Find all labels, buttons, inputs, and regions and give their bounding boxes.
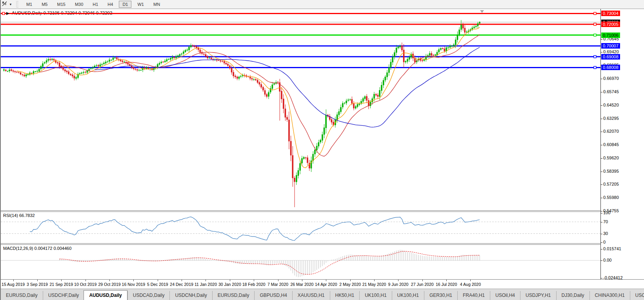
chart-tab-uk100-h1[interactable]: UK100,H1 bbox=[359, 291, 391, 300]
chevron-down-icon[interactable]: ▼ bbox=[9, 3, 12, 6]
rsi-tick-label: 100 bbox=[603, 210, 610, 215]
crosshair-pointer-icon[interactable] bbox=[2, 1, 7, 8]
chart-tab-gbpusd-h4[interactable]: GBPUSD,H4 bbox=[254, 291, 292, 300]
chart-tab-usoil-h1[interactable]: USOil,H1 bbox=[630, 291, 644, 300]
date-label: 14 Apr 2020 bbox=[315, 282, 337, 287]
mt4-window: ▼ M1M5M15M30H1H4D1W1MN AUDUSD,Daily 0.72… bbox=[0, 0, 644, 300]
chart-tab-usdcnh-daily[interactable]: USDCNH,Daily bbox=[169, 291, 212, 300]
chart-tab-hk50-h1[interactable]: HK50,H1 bbox=[330, 291, 360, 300]
price-tick-label: 0.69420 bbox=[603, 49, 619, 54]
axis-tick-mark bbox=[601, 278, 602, 278]
axis-tick-mark bbox=[601, 198, 602, 198]
axis-tick-mark bbox=[601, 39, 602, 40]
timeframe-button-h1[interactable]: H1 bbox=[89, 1, 102, 8]
date-axis[interactable]: 15 Aug 20193 Sep 201921 Sep 201910 Oct 2… bbox=[1, 280, 600, 289]
timeframe-button-m30[interactable]: M30 bbox=[71, 1, 87, 8]
chart-tab-usdchf-daily[interactable]: USDCHF,Daily bbox=[43, 291, 84, 300]
axis-tick-mark bbox=[601, 158, 602, 159]
axis-tick-mark bbox=[601, 242, 602, 243]
timeframe-button-m15[interactable]: M15 bbox=[53, 1, 69, 8]
chart-tab-uk100-h1[interactable]: UK100,H1 bbox=[392, 291, 424, 300]
chart-tab-usdcad-daily[interactable]: USDCAD,Daily bbox=[127, 291, 170, 300]
timeframe-button-m1[interactable]: M1 bbox=[23, 1, 36, 8]
price-chart-plot[interactable]: AUDUSD,Daily 0.72105 0.72294 0.72046 0.7… bbox=[1, 9, 600, 210]
line-handles[interactable] bbox=[2, 12, 596, 69]
date-tick-mark bbox=[326, 280, 326, 281]
date-tick-mark bbox=[133, 280, 134, 281]
timeframe-button-h4[interactable]: H4 bbox=[104, 1, 116, 8]
rsi-tick-label: 30 bbox=[603, 231, 608, 236]
chart-tab-ger30-h1[interactable]: GER30,H1 bbox=[424, 291, 457, 300]
date-label: 29 Oct 2019 bbox=[98, 282, 120, 287]
macd-tick-label: 0.015741 bbox=[603, 246, 621, 251]
rsi-plot[interactable] bbox=[1, 212, 600, 243]
axis-tick-mark bbox=[601, 213, 602, 213]
chart-tab-bar: EURUSD,DailyUSDCHF,DailyAUDUSD,DailyUSDC… bbox=[1, 289, 644, 300]
axis-tick-mark bbox=[601, 79, 602, 79]
date-label: 16 Jul 2020 bbox=[436, 282, 457, 287]
date-label: 21 May 2020 bbox=[362, 282, 386, 287]
price-tick-label: 0.60845 bbox=[603, 142, 619, 147]
date-tick-mark bbox=[61, 280, 62, 281]
price-pane[interactable]: AUDUSD,Daily 0.72105 0.72294 0.72046 0.7… bbox=[1, 9, 600, 210]
level-price-label: 0.70007 bbox=[601, 43, 620, 49]
chart-tab-eurusd-daily[interactable]: EURUSD,Daily bbox=[212, 291, 255, 300]
macd-label: MACD(12,26,9) 0.004172 0.004460 bbox=[3, 246, 71, 251]
chart-tab-fra40-h1[interactable]: FRA40,H1 bbox=[457, 291, 490, 300]
chart-tab-usoil-h4[interactable]: USOil,H4 bbox=[490, 291, 520, 300]
date-label: 30 Jan 2020 bbox=[218, 282, 241, 287]
rsi-pane[interactable]: RSI(14) 66.7832 bbox=[1, 212, 600, 243]
price-tick-label: 0.66970 bbox=[603, 76, 619, 81]
date-label: 10 Oct 2019 bbox=[74, 282, 96, 287]
chart-tab-china300-h1[interactable]: CHINA300,H1 bbox=[589, 291, 630, 300]
price-axis[interactable]: 0.718700.706450.694200.681950.669700.657… bbox=[600, 9, 644, 279]
rsi-tick-label: 70 bbox=[603, 219, 608, 224]
date-tick-mark bbox=[446, 280, 447, 281]
date-tick-mark bbox=[350, 280, 351, 281]
horizontal-level-lines[interactable] bbox=[1, 13, 600, 67]
axis-tick-mark bbox=[601, 184, 602, 185]
chart-shift-marker-icon[interactable] bbox=[480, 10, 484, 13]
date-tick-mark bbox=[470, 280, 471, 281]
chart-tab-eurusd-daily[interactable]: EURUSD,Daily bbox=[1, 291, 43, 300]
macd-plot[interactable] bbox=[1, 245, 600, 279]
level-price-label: 0.72005 bbox=[601, 22, 620, 27]
chart-tab-dj30-daily[interactable]: DJ30,Daily bbox=[556, 291, 589, 300]
axis-tick-mark bbox=[601, 145, 602, 145]
axis-tick-mark bbox=[601, 172, 602, 172]
level-price-label: 0.73004 bbox=[601, 11, 620, 16]
macd-tick-label: -0.024412 bbox=[603, 275, 623, 280]
date-label: 9 Jun 2020 bbox=[388, 282, 408, 287]
date-label: 11 Jan 2020 bbox=[195, 282, 217, 287]
axis-tick-mark bbox=[601, 260, 602, 261]
chart-tab-usdjpy-h1[interactable]: USDJPY,H1 bbox=[520, 291, 556, 300]
date-tick-mark bbox=[278, 280, 278, 281]
toolbar-grip bbox=[16, 1, 18, 7]
date-tick-mark bbox=[254, 280, 254, 281]
date-label: 18 Feb 2020 bbox=[242, 282, 266, 287]
date-tick-mark bbox=[13, 280, 14, 281]
date-tick-mark bbox=[302, 280, 302, 281]
rsi-label: RSI(14) 66.7832 bbox=[3, 213, 35, 218]
chart-tab-audusd-daily[interactable]: AUDUSD,Daily bbox=[84, 290, 127, 300]
date-tick-mark bbox=[374, 280, 375, 281]
price-tick-label: 0.63295 bbox=[603, 116, 619, 121]
timeframe-button-d1[interactable]: D1 bbox=[119, 1, 131, 8]
date-label: 5 Dec 2019 bbox=[147, 282, 168, 287]
date-label: 16 Nov 2019 bbox=[122, 282, 146, 287]
date-label: 15 Aug 2019 bbox=[2, 282, 25, 287]
timeframe-button-m5[interactable]: M5 bbox=[38, 1, 51, 8]
date-tick-mark bbox=[422, 280, 423, 281]
axis-tick-mark bbox=[601, 119, 602, 119]
axis-tick-mark bbox=[601, 132, 602, 132]
axis-tick-mark bbox=[601, 52, 602, 52]
date-label: 21 Sep 2019 bbox=[50, 282, 73, 287]
macd-pane[interactable]: MACD(12,26,9) 0.004172 0.004460 bbox=[1, 245, 600, 279]
chart-tab-xauusd-h1[interactable]: XAUUSD,H1 bbox=[292, 291, 330, 300]
date-label: 3 Sep 2019 bbox=[27, 282, 48, 287]
timeframe-toolbar: ▼ M1M5M15M30H1H4D1W1MN bbox=[1, 0, 644, 9]
timeframe-button-mn[interactable]: MN bbox=[150, 1, 164, 8]
timeframe-button-w1[interactable]: W1 bbox=[134, 1, 147, 8]
candlesticks bbox=[4, 20, 480, 207]
date-tick-mark bbox=[37, 280, 38, 281]
